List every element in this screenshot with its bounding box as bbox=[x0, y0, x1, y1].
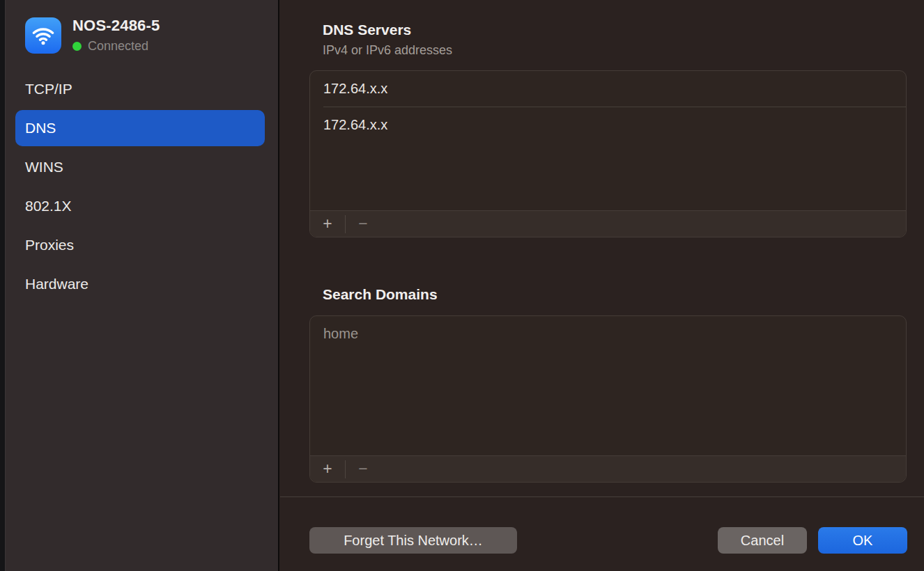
ok-button[interactable]: OK bbox=[818, 527, 907, 554]
network-settings-sidebar: NOS-2486-5 Connected TCP/IP DNS WINS 802… bbox=[6, 0, 279, 571]
search-domains-list: home + − bbox=[309, 315, 907, 483]
forget-network-button[interactable]: Forget This Network… bbox=[309, 527, 517, 554]
sidebar-item-wins[interactable]: WINS bbox=[6, 148, 278, 187]
search-domains-title: Search Domains bbox=[323, 286, 438, 303]
search-domain-entry[interactable]: home bbox=[310, 316, 906, 352]
dns-server-entry[interactable]: 172.64.x.x bbox=[310, 71, 906, 107]
sidebar-item-proxies[interactable]: Proxies bbox=[6, 226, 278, 265]
dns-settings-panel: DNS Servers IPv4 or IPv6 addresses 172.6… bbox=[280, 0, 924, 571]
connected-status-label: Connected bbox=[88, 39, 148, 54]
add-dns-server-button[interactable]: + bbox=[310, 211, 345, 237]
dns-servers-toolbar: + − bbox=[310, 210, 906, 237]
network-name: NOS-2486-5 bbox=[72, 17, 160, 35]
dns-server-entry[interactable]: 172.64.x.x bbox=[310, 107, 906, 143]
network-meta: NOS-2486-5 Connected bbox=[72, 17, 160, 54]
dns-servers-rows: 172.64.x.x 172.64.x.x bbox=[310, 71, 906, 210]
cancel-button[interactable]: Cancel bbox=[718, 527, 807, 554]
sidebar-item-dns[interactable]: DNS bbox=[15, 110, 265, 146]
network-header: NOS-2486-5 Connected bbox=[25, 17, 160, 54]
dns-servers-list: 172.64.x.x 172.64.x.x + − bbox=[309, 70, 907, 237]
remove-dns-server-button[interactable]: − bbox=[346, 211, 380, 237]
network-status: Connected bbox=[72, 39, 160, 54]
remove-search-domain-button[interactable]: − bbox=[346, 456, 380, 482]
connected-status-dot bbox=[72, 42, 82, 51]
footer-divider bbox=[280, 496, 924, 497]
sidebar-nav: TCP/IP DNS WINS 802.1X Proxies Hardware bbox=[6, 70, 278, 304]
search-domains-rows: home bbox=[310, 316, 906, 455]
search-domains-toolbar: + − bbox=[310, 455, 906, 482]
window-edge-strip bbox=[0, 0, 6, 571]
dns-servers-title: DNS Servers bbox=[323, 22, 411, 38]
sidebar-item-tcpip[interactable]: TCP/IP bbox=[6, 70, 278, 109]
dns-servers-subtitle: IPv4 or IPv6 addresses bbox=[323, 43, 452, 58]
sidebar-item-8021x[interactable]: 802.1X bbox=[6, 187, 278, 226]
add-search-domain-button[interactable]: + bbox=[310, 456, 345, 482]
wifi-icon bbox=[25, 17, 61, 54]
sidebar-item-hardware[interactable]: Hardware bbox=[6, 265, 278, 304]
